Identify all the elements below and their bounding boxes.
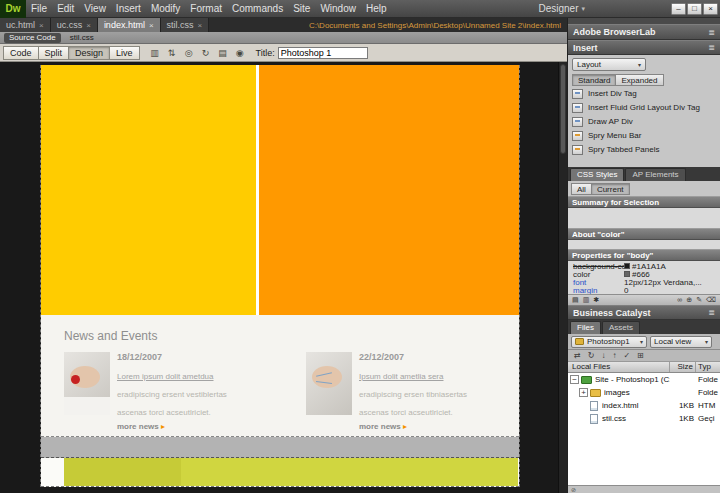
attach-stylesheet-icon[interactable]: ∞ [677,296,682,304]
doc-tab-index-html[interactable]: index.html × [98,18,161,32]
css-property-row[interactable]: margin 0 [568,286,720,294]
spacer-band[interactable] [41,437,519,458]
close-icon[interactable]: × [149,21,154,30]
insert-div-tag-item[interactable]: Insert Div Tag [572,87,716,100]
delete-rule-icon[interactable]: ⌫ [706,296,716,304]
get-files-icon[interactable]: ↓ [601,351,605,360]
live-view-button[interactable]: Live [109,46,140,60]
insert-fluid-grid-item[interactable]: Insert Fluid Grid Layout Div Tag [572,101,716,114]
news-heading[interactable]: News and Events [41,315,519,343]
footer-left-block[interactable] [64,458,181,486]
news-title-link[interactable]: Lorem ipsum dolit ametdua [117,372,214,381]
category-view-icon[interactable]: ▤ [572,296,579,304]
color-swatch[interactable] [624,271,630,277]
minimize-button[interactable]: – [671,3,686,15]
checkout-icon[interactable]: ✓ [623,351,630,360]
expanded-mode-button[interactable]: Expanded [615,74,663,86]
orange-column[interactable] [259,65,519,315]
properties-section-header[interactable]: Properties for "body" [568,249,720,261]
tree-row-stil-css[interactable]: stil.css 1KB Geçi [568,412,720,425]
document-title-input[interactable] [278,47,368,59]
standard-mode-button[interactable]: Standard [572,74,616,86]
file-management-icon[interactable]: ⇅ [165,46,179,59]
menu-view[interactable]: View [79,0,111,18]
news-section[interactable]: News and Events 18/12/2007 L [41,315,519,437]
panel-menu-icon[interactable]: ≣ [708,43,715,52]
column-type[interactable]: Typ [696,362,720,372]
code-view-button[interactable]: Code [3,46,39,60]
insert-category-dropdown[interactable]: Layout ▾ [572,58,646,71]
tab-assets[interactable]: Assets [602,321,640,334]
menu-format[interactable]: Format [185,0,227,18]
panel-menu-icon[interactable]: ≣ [708,308,715,317]
all-mode-button[interactable]: All [571,183,592,195]
refresh-icon[interactable]: ↻ [588,351,595,360]
maximize-button[interactable]: □ [687,3,702,15]
workspace-switcher[interactable]: Designer ▾ [538,3,585,14]
insert-panel-header[interactable]: Insert ≣ [568,40,720,55]
page-body[interactable]: News and Events 18/12/2007 L [40,65,520,487]
expand-icon[interactable]: + [579,388,588,397]
spry-menu-bar-item[interactable]: Spry Menu Bar [572,129,716,142]
view-options-icon[interactable]: ▤ [216,46,230,59]
menu-edit[interactable]: Edit [52,0,79,18]
site-dropdown[interactable]: Photoshop1 ▾ [571,336,647,348]
menu-modify[interactable]: Modify [146,0,185,18]
more-news-link[interactable]: more news ▸ [117,422,236,431]
news-date[interactable]: 22/12/2007 [359,352,478,362]
expand-icon[interactable]: ⊞ [637,351,644,360]
news-text[interactable]: eradipiscing ersen tibniasertas ascenas … [359,390,467,417]
panel-menu-icon[interactable]: ≣ [708,28,715,37]
browser-compat-icon[interactable]: ▥ [148,46,162,59]
log-icon[interactable]: ⊘ [571,486,576,493]
split-view-button[interactable]: Split [38,46,70,60]
footer-section[interactable] [41,458,519,487]
menu-site[interactable]: Site [288,0,315,18]
doc-tab-uc-css[interactable]: uc.css × [51,18,98,32]
related-file-stil-css[interactable]: stil.css [70,33,94,42]
more-news-link[interactable]: more news ▸ [359,422,478,431]
spry-tabbed-panels-item[interactable]: Spry Tabbed Panels [572,143,716,156]
draw-ap-div-item[interactable]: Draw AP Div [572,115,716,128]
refresh-icon[interactable]: ↻ [199,46,213,59]
tree-row-site[interactable]: − Site - Photoshop1 (C:... Folde [568,373,720,386]
menu-help[interactable]: Help [361,0,392,18]
summary-section-header[interactable]: Summary for Selection [568,196,720,208]
news-item[interactable]: 22/12/2007 Ipsum dolit ametlia sera erad… [306,352,478,431]
tree-row-index-html[interactable]: index.html 1KB HTM [568,399,720,412]
news-item[interactable]: 18/12/2007 Lorem ipsum dolit ametdua era… [64,352,236,431]
yellow-column[interactable] [41,65,256,315]
new-css-rule-icon[interactable]: ⊕ [686,296,692,304]
design-view-button[interactable]: Design [68,46,110,60]
menu-file[interactable]: File [26,0,52,18]
list-view-icon[interactable]: ▥ [583,296,590,304]
news-date[interactable]: 18/12/2007 [117,352,236,362]
tab-files[interactable]: Files [570,321,601,334]
news-photo-facial[interactable] [306,352,352,415]
tab-ap-elements[interactable]: AP Elements [625,168,685,181]
edit-rule-icon[interactable]: ✎ [696,296,702,304]
menu-commands[interactable]: Commands [227,0,288,18]
menu-window[interactable]: Window [315,0,361,18]
doc-tab-uc-html[interactable]: uc.html × [0,18,51,32]
news-photo-spa[interactable] [64,352,110,415]
close-icon[interactable]: × [86,21,91,30]
view-dropdown[interactable]: Local view ▾ [650,336,712,348]
news-title-link[interactable]: Ipsum dolit ametlia sera [359,372,443,381]
preview-in-browser-icon[interactable]: ◎ [182,46,196,59]
connect-icon[interactable]: ⇄ [574,351,581,360]
browserlab-panel-header[interactable]: Adobe BrowserLab ≣ [568,24,720,40]
doc-tab-stil-css[interactable]: stil.css × [161,18,210,32]
close-button[interactable]: × [703,3,718,15]
visual-aids-icon[interactable]: ◉ [233,46,247,59]
source-code-button[interactable]: Source Code [4,33,61,43]
scrollbar-thumb[interactable] [560,64,566,154]
close-icon[interactable]: × [198,21,203,30]
color-swatch[interactable] [624,263,630,269]
design-canvas[interactable]: News and Events 18/12/2007 L [0,62,567,493]
about-section-header[interactable]: About "color" [568,228,720,240]
tree-row-images[interactable]: + images Folde [568,386,720,399]
column-size[interactable]: Size [670,362,696,372]
business-catalyst-panel-header[interactable]: Business Catalyst ≣ [568,305,720,320]
show-set-properties-icon[interactable]: ✱ [593,296,599,304]
